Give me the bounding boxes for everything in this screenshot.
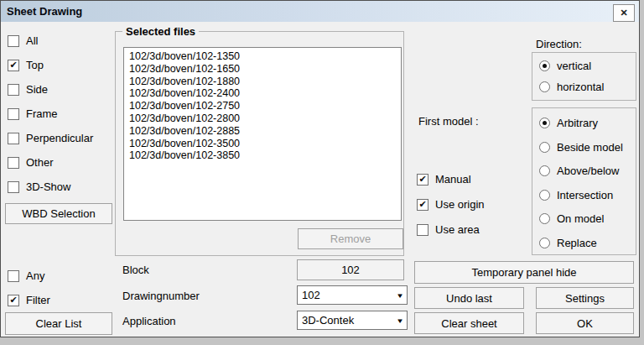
radio-icon: [539, 213, 550, 224]
direction-label: Direction:: [536, 38, 582, 50]
clear-list-button[interactable]: Clear List: [5, 312, 112, 335]
checkbox-3d-show[interactable]: 3D-Show: [8, 181, 93, 192]
radio-on-model[interactable]: On model: [539, 213, 623, 224]
checkbox-checked-icon: ✔: [417, 199, 428, 211]
option-label: Arbitrary: [557, 117, 598, 129]
filter-checkbox-group: Any✔Filter: [8, 270, 50, 306]
option-label: Side: [26, 83, 48, 96]
option-label: Intersection: [557, 189, 613, 201]
screen: Sheet Drawing ✕ All✔TopSideFramePerpendi…: [0, 0, 644, 345]
radio-icon: [539, 190, 550, 201]
close-icon: ✕: [620, 8, 627, 18]
selected-files-list[interactable]: 102/3d/boven/102-1350102/3d/boven/102-16…: [123, 47, 402, 221]
checkbox-filter[interactable]: ✔Filter: [8, 295, 50, 306]
radio-selected-icon: [539, 118, 550, 128]
sheet-drawing-dialog: Sheet Drawing ✕ All✔TopSideFramePerpendi…: [0, 0, 640, 337]
drawingnumber-combobox[interactable]: 102 ▼: [297, 285, 408, 305]
radio-above-below[interactable]: Above/below: [539, 165, 623, 176]
checkbox-any[interactable]: Any: [8, 270, 50, 281]
option-label: Use origin: [435, 198, 485, 211]
option-label: Top: [26, 59, 44, 71]
first-model-checkbox-group: ✔Manual✔Use originUse area: [417, 174, 485, 235]
dropdown-arrow-icon[interactable]: ▼: [396, 291, 404, 299]
option-label: 3D-Show: [26, 180, 70, 193]
option-label: Any: [26, 269, 44, 282]
selected-files-title: Selected files: [122, 25, 199, 38]
checkbox-icon: [417, 224, 428, 236]
checkbox-icon: [8, 157, 19, 169]
option-label: On model: [557, 212, 604, 225]
radio-horizontal[interactable]: horizontal: [539, 81, 604, 92]
option-label: horizontal: [557, 81, 604, 93]
radio-replace[interactable]: Replace: [539, 238, 623, 248]
block-value-button[interactable]: 102: [297, 259, 404, 280]
radio-intersection[interactable]: Intersection: [539, 190, 623, 201]
checkbox-icon: [8, 108, 19, 120]
checkbox-use-origin[interactable]: ✔Use origin: [417, 199, 485, 210]
radio-beside-model[interactable]: Beside model: [539, 142, 623, 153]
option-label: Use area: [435, 223, 480, 236]
checkbox-manual[interactable]: ✔Manual: [417, 174, 485, 185]
block-label: Block: [122, 264, 149, 276]
checkbox-checked-icon: ✔: [417, 174, 428, 186]
checkbox-all[interactable]: All: [8, 35, 93, 46]
file-item[interactable]: 102/3d/boven/102-2400: [129, 87, 401, 100]
drawingnumber-value: 102: [302, 289, 320, 301]
direction-radio-group: verticalhorizontal: [539, 60, 604, 92]
option-label: Manual: [435, 173, 471, 186]
file-item[interactable]: 102/3d/boven/102-2750: [129, 100, 401, 112]
direction-groupbox: verticalhorizontal: [532, 52, 636, 101]
title-bar[interactable]: Sheet Drawing: [1, 1, 639, 22]
placement-groupbox: ArbitraryBeside modelAbove/belowIntersec…: [532, 107, 636, 255]
option-label: All: [26, 34, 38, 47]
checkbox-checked-icon: ✔: [8, 295, 19, 306]
checkbox-checked-icon: ✔: [8, 60, 19, 71]
file-item[interactable]: 102/3d/boven/102-1650: [129, 63, 401, 76]
option-label: Other: [26, 156, 54, 169]
checkbox-top[interactable]: ✔Top: [8, 60, 93, 71]
ok-button[interactable]: OK: [536, 312, 634, 334]
checkbox-perpendicular[interactable]: Perpendicular: [8, 133, 93, 144]
undo-last-button[interactable]: Undo last: [414, 287, 524, 309]
option-label: Frame: [26, 107, 58, 120]
application-value: 3D-Contek: [302, 314, 354, 327]
checkbox-icon: [8, 181, 19, 193]
checkbox-frame[interactable]: Frame: [8, 108, 93, 119]
application-combobox[interactable]: 3D-Contek ▼: [297, 311, 408, 330]
option-label: Perpendicular: [26, 132, 93, 144]
first-model-label: First model :: [418, 115, 479, 128]
clear-sheet-button[interactable]: Clear sheet: [414, 312, 524, 334]
close-button[interactable]: ✕: [613, 4, 635, 22]
remove-button[interactable]: Remove: [298, 228, 403, 249]
checkbox-use-area[interactable]: Use area: [417, 224, 485, 235]
option-label: Replace: [557, 237, 597, 249]
file-item[interactable]: 102/3d/boven/102-2885: [129, 125, 401, 138]
settings-button[interactable]: Settings: [536, 287, 634, 309]
file-item[interactable]: 102/3d/boven/102-3850: [129, 149, 401, 162]
option-label: vertical: [557, 60, 591, 72]
application-label: Application: [122, 315, 176, 327]
checkbox-icon: [8, 270, 19, 282]
option-label: Above/below: [557, 165, 619, 177]
drawingnumber-label: Drawingnumber: [122, 290, 200, 302]
dropdown-arrow-icon[interactable]: ▼: [396, 316, 404, 324]
radio-vertical[interactable]: vertical: [539, 60, 604, 71]
file-item[interactable]: 102/3d/boven/102-1880: [129, 76, 401, 88]
radio-selected-icon: [539, 60, 550, 71]
radio-icon: [539, 238, 550, 248]
view-checkbox-group: All✔TopSideFramePerpendicularOther3D-Sho…: [8, 35, 93, 192]
file-item[interactable]: 102/3d/boven/102-2800: [129, 112, 401, 125]
file-item[interactable]: 102/3d/boven/102-3500: [129, 138, 401, 150]
wbd-selection-button[interactable]: WBD Selection: [5, 203, 112, 224]
option-label: Filter: [26, 294, 50, 306]
checkbox-icon: [8, 35, 19, 47]
radio-icon: [539, 165, 550, 176]
checkbox-side[interactable]: Side: [8, 84, 93, 95]
file-item[interactable]: 102/3d/boven/102-1350: [129, 50, 401, 63]
radio-arbitrary[interactable]: Arbitrary: [539, 118, 623, 128]
radio-icon: [539, 81, 550, 92]
option-label: Beside model: [557, 141, 623, 154]
checkbox-icon: [8, 84, 19, 96]
temporary-panel-hide-button[interactable]: Temporary panel hide: [414, 261, 634, 284]
checkbox-other[interactable]: Other: [8, 157, 93, 168]
